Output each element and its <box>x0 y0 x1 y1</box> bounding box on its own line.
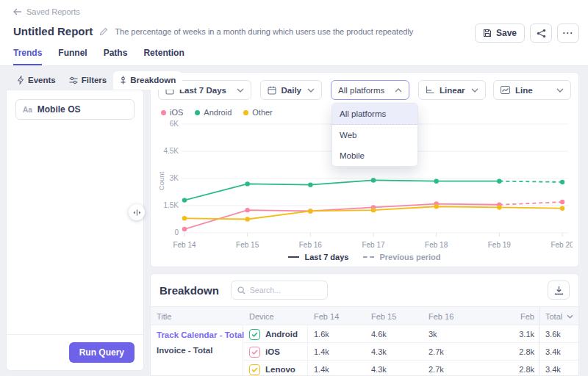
data-point-android[interactable] <box>245 181 249 186</box>
chart-controls: Last 7 Days Daily All platforms All plat… <box>151 73 578 100</box>
data-point-other[interactable] <box>497 205 501 209</box>
save-button[interactable]: Save <box>475 24 525 43</box>
tab-trends[interactable]: Trends <box>13 48 42 65</box>
data-point-other[interactable] <box>308 209 312 213</box>
chevron-up-icon <box>395 88 402 93</box>
legend-dot <box>243 110 248 115</box>
data-point-ios[interactable] <box>245 208 249 212</box>
data-point-other[interactable] <box>434 204 438 209</box>
legend-item-android[interactable]: Android <box>195 108 232 117</box>
share-button[interactable] <box>530 24 552 43</box>
more-icon: ··· <box>563 28 574 38</box>
report-series-link[interactable]: Track Calendar - Total <box>157 330 237 339</box>
more-button[interactable]: ··· <box>557 24 579 43</box>
line-chart-icon <box>501 86 510 94</box>
legend-dot <box>195 110 200 115</box>
value-cell: 1.6k <box>308 330 365 339</box>
col-feb16[interactable]: Feb 16 <box>423 312 480 321</box>
device-cell: Lenovo <box>243 361 308 376</box>
tab-paths[interactable]: Paths <box>104 48 128 65</box>
period-label: Previous period <box>379 253 440 261</box>
platform-option-mobile[interactable]: Mobile <box>332 145 417 166</box>
chart-type-dropdown[interactable]: Line <box>493 80 571 100</box>
breakdown-property-field[interactable]: Aa Mobile OS <box>15 99 135 120</box>
chart-display-controls: Linear Line <box>418 80 571 100</box>
col-feb14[interactable]: Feb 14 <box>308 312 365 321</box>
platform-option-web[interactable]: Web <box>332 125 417 145</box>
value-cell: 1.4k <box>308 365 365 374</box>
checkbox-lenovo[interactable] <box>249 364 260 375</box>
data-point-ios[interactable] <box>560 200 564 204</box>
checkbox-android[interactable] <box>249 329 260 340</box>
run-query-button[interactable]: Run Query <box>69 342 135 363</box>
breakdown-table-header: Title Device Feb 14 Feb 15 Feb 16 Feb To… <box>151 306 578 325</box>
platform-option-all[interactable]: All platforms <box>332 104 417 125</box>
chevron-down-icon <box>471 88 478 93</box>
sidebar-tab-events[interactable]: Events <box>10 71 62 90</box>
col-total[interactable]: Total <box>539 307 579 326</box>
search-icon <box>237 286 245 294</box>
y-tick-label: 4.5K <box>163 147 179 155</box>
panel-resize-handle[interactable] <box>129 204 145 220</box>
date-range-value: Last 7 Days <box>179 86 226 95</box>
legend-label: Other <box>252 108 273 117</box>
download-button[interactable] <box>548 281 570 300</box>
scale-value: Linear <box>440 86 465 95</box>
x-axis-label: Feb 16 <box>299 241 323 249</box>
data-point-android[interactable] <box>182 198 187 202</box>
device-name: iOS <box>265 347 280 356</box>
data-point-android[interactable] <box>371 178 376 182</box>
granularity-dropdown[interactable]: Daily <box>260 80 323 100</box>
sidebar-tab-filters[interactable]: Filters <box>62 71 114 90</box>
calendar-icon <box>268 86 276 95</box>
data-point-other[interactable] <box>560 206 564 211</box>
data-point-android[interactable] <box>308 182 312 187</box>
tab-retention[interactable]: Retention <box>143 48 184 65</box>
app-header: Saved Reports Untitled Report The percen… <box>0 0 588 66</box>
total-value-cell: 3.4k <box>539 361 579 376</box>
breakdown-icon <box>120 76 126 84</box>
data-point-android[interactable] <box>497 179 501 184</box>
report-series-label[interactable]: Invoice - Total <box>157 346 237 355</box>
value-cell: 3.1k <box>480 330 539 339</box>
breakdown-table-body: Track Calendar - Total Invoice - Total A… <box>151 325 578 376</box>
search-input[interactable] <box>250 286 316 294</box>
download-icon <box>554 286 564 295</box>
data-point-android[interactable] <box>560 180 564 184</box>
chevron-down-icon <box>556 88 564 93</box>
value-cell: 2.8k <box>480 365 539 374</box>
legend-item-ios[interactable]: iOS <box>161 108 183 117</box>
device-cell: iOS <box>243 343 308 361</box>
total-value-cell: 3.4k <box>539 343 579 361</box>
breakdown-search <box>231 281 328 300</box>
sidebar-tab-label: Breakdown <box>130 76 176 84</box>
x-axis-label: Feb 18 <box>425 241 448 249</box>
scale-dropdown[interactable]: Linear <box>418 80 486 100</box>
back-to-saved-reports[interactable]: Saved Reports <box>13 7 80 16</box>
sidebar-tab-breakdown[interactable]: Breakdown <box>113 71 182 90</box>
back-label: Saved Reports <box>26 7 80 16</box>
edit-title-icon[interactable] <box>99 27 108 36</box>
y-tick-label: 3K <box>170 174 179 182</box>
tab-funnel[interactable]: Funnel <box>58 48 87 65</box>
data-point-ios[interactable] <box>182 227 187 231</box>
legend-item-other[interactable]: Other <box>243 108 273 117</box>
col-feb-clipped[interactable]: Feb <box>480 312 539 321</box>
check-icon <box>251 350 258 355</box>
series-line-ios <box>184 204 499 230</box>
data-point-android[interactable] <box>434 179 438 184</box>
col-feb15[interactable]: Feb 15 <box>365 312 423 321</box>
chevron-down-icon <box>307 88 315 93</box>
value-cell: 4.3k <box>365 347 423 356</box>
data-point-other[interactable] <box>245 217 249 221</box>
breakdown-title: Breakdown <box>159 284 219 297</box>
device-cell: Android <box>243 325 308 343</box>
solid-line-sample <box>288 256 299 258</box>
table-row-android: Android 1.6k 4.6k 3k 3.1k 3.6k <box>243 325 579 343</box>
title-row: Untitled Report The percentage of weeks … <box>13 25 413 37</box>
data-point-other[interactable] <box>182 216 187 220</box>
platform-dropdown[interactable]: All platforms All platforms Web Mobile <box>331 80 409 100</box>
granularity-value: Daily <box>282 86 302 95</box>
checkbox-ios[interactable] <box>249 347 260 358</box>
data-point-other[interactable] <box>371 208 376 212</box>
